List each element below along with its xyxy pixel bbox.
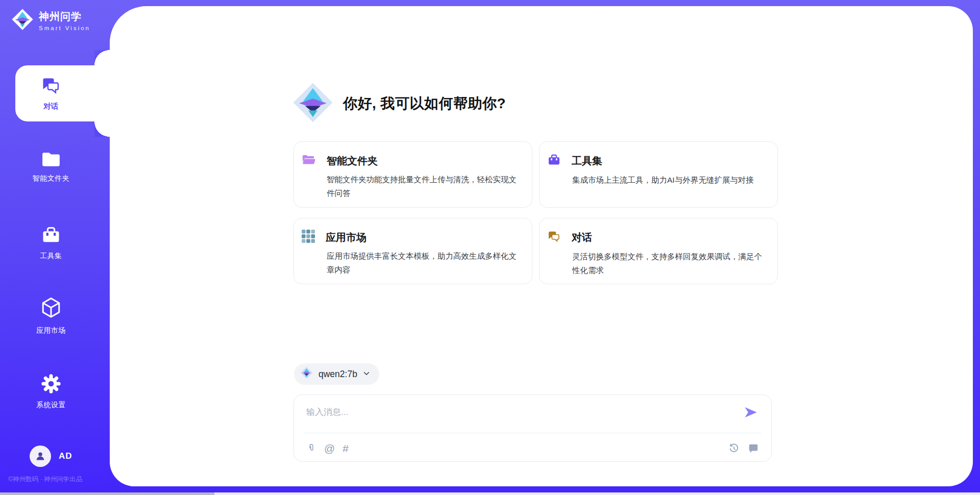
card-smart-folders[interactable]: 智能文件夹 智能文件夹功能支持批量文件上传与清洗，轻松实现文件问答 <box>293 141 532 208</box>
card-description: 集成市场上主流工具，助力AI与外界无缝扩展与对接 <box>572 174 764 187</box>
brand-diamond-icon <box>292 82 334 126</box>
greeting: 你好, 我可以如何帮助你? <box>292 82 506 126</box>
brand-subtitle: Smart Vision <box>39 25 90 31</box>
cube-icon <box>40 296 62 321</box>
folder-icon <box>41 151 61 169</box>
user-initials: AD <box>59 451 72 461</box>
history-icon[interactable] <box>728 443 740 454</box>
main-panel: 你好, 我可以如何帮助你? 智能文件夹 智能文件夹功能支持批量文件上传与清洗，轻… <box>110 6 973 486</box>
sidebar-item-chat[interactable]: 对话 <box>15 65 110 121</box>
brand: 神州问学 Smart Vision <box>11 8 90 33</box>
sidebar-item-label: 系统设置 <box>36 401 66 410</box>
card-description: 应用市场提供丰富长文本模板，助力高效生成多样化文章内容 <box>327 250 519 277</box>
user-profile[interactable]: AD <box>30 445 72 467</box>
sidebar-item-app-market[interactable]: 应用市场 <box>0 296 102 335</box>
gear-icon <box>40 373 62 396</box>
model-name: qwen2:7b <box>318 369 357 380</box>
brand-diamond-icon <box>300 366 313 382</box>
card-title: 应用市场 <box>326 231 366 244</box>
avatar <box>30 445 51 467</box>
message-composer: @ # <box>293 394 772 462</box>
sidebar-item-label: 应用市场 <box>36 326 66 335</box>
message-input[interactable] <box>306 402 736 423</box>
card-toolset[interactable]: 工具集 集成市场上主流工具，助力AI与外界无缝扩展与对接 <box>539 141 778 208</box>
sidebar-item-smart-folders[interactable]: 智能文件夹 <box>0 151 102 183</box>
grid-cube-icon <box>302 230 315 245</box>
hash-icon[interactable]: # <box>342 443 349 454</box>
tab-fillet-bottom <box>94 121 110 137</box>
greeting-text: 你好, 我可以如何帮助你? <box>343 94 506 113</box>
toolbox-icon <box>41 225 61 247</box>
card-title: 智能文件夹 <box>327 154 378 168</box>
card-app-market[interactable]: 应用市场 应用市场提供丰富长文本模板，助力高效生成多样化文章内容 <box>293 218 532 284</box>
at-icon[interactable]: @ <box>324 443 335 454</box>
copyright-text: ©神州数码 · 神州问学出品 <box>8 475 82 484</box>
chevron-down-icon <box>363 369 370 380</box>
open-folder-icon <box>302 153 316 168</box>
card-description: 智能文件夹功能支持批量文件上传与清洗，轻松实现文件问答 <box>327 173 519 200</box>
sidebar-item-label: 对话 <box>43 102 58 111</box>
composer-divider <box>304 433 761 433</box>
sidebar-item-label: 工具集 <box>40 252 62 261</box>
paperclip-icon[interactable] <box>306 442 316 454</box>
card-title: 对话 <box>572 231 592 244</box>
model-selector[interactable]: qwen2:7b <box>294 363 379 385</box>
toolbox-icon <box>547 153 561 169</box>
chat-bubbles-icon <box>41 76 61 98</box>
horizontal-scrollbar[interactable] <box>0 492 980 495</box>
card-title: 工具集 <box>572 154 602 168</box>
tab-fillet-top <box>94 50 110 65</box>
feature-cards: 智能文件夹 智能文件夹功能支持批量文件上传与清洗，轻松实现文件问答 工具集 集成… <box>293 141 778 284</box>
send-icon[interactable] <box>744 405 758 419</box>
card-chat[interactable]: 对话 灵活切换多模型文件，支持多样回复效果调试，满足个性化需求 <box>539 218 778 284</box>
scrollbar-thumb[interactable] <box>0 492 214 495</box>
card-description: 灵活切换多模型文件，支持多样回复效果调试，满足个性化需求 <box>572 250 764 277</box>
brand-logo-icon <box>11 8 34 33</box>
sidebar-item-label: 智能文件夹 <box>33 174 70 183</box>
sidebar-item-settings[interactable]: 系统设置 <box>0 373 102 410</box>
sidebar-item-toolset[interactable]: 工具集 <box>0 225 102 261</box>
chat-bubble-icon[interactable] <box>748 443 759 454</box>
chat-bubbles-icon <box>547 230 561 245</box>
brand-name: 神州问学 <box>39 10 90 23</box>
